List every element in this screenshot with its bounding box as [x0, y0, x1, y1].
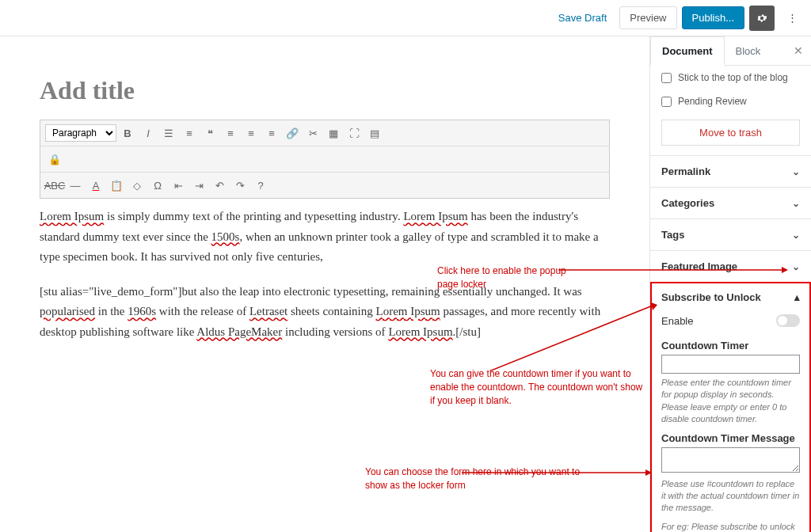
hr-icon[interactable]: —	[66, 176, 85, 195]
tab-block[interactable]: Block	[725, 37, 772, 65]
italic-icon[interactable]: I	[139, 124, 158, 142]
sidebar-tabs: Document Block ✕	[650, 36, 811, 66]
align-left-icon[interactable]: ≡	[221, 124, 240, 142]
strikethrough-icon[interactable]: ABC	[45, 176, 64, 195]
countdown-message-input[interactable]	[661, 447, 800, 473]
enable-label: Enable	[661, 315, 693, 327]
panel-featured-image[interactable]: Featured Image⌄	[650, 250, 811, 282]
special-char-icon[interactable]: Ω	[148, 176, 167, 195]
close-sidebar-icon[interactable]: ✕	[786, 44, 811, 57]
help-icon[interactable]: ?	[251, 176, 270, 195]
publish-button[interactable]: Publish...	[682, 6, 744, 29]
format-select[interactable]: Paragraph	[45, 124, 116, 142]
chevron-up-icon: ▴	[794, 291, 800, 303]
paste-icon[interactable]: 📋	[107, 176, 126, 195]
panel-permalink[interactable]: Permalink⌄	[650, 155, 811, 187]
link-icon[interactable]: 🔗	[283, 124, 302, 142]
redo-icon[interactable]: ↷	[230, 176, 249, 195]
align-center-icon[interactable]: ≡	[242, 124, 261, 142]
post-title-input[interactable]: Add title	[40, 76, 610, 105]
post-body[interactable]: Lorem Ipsum is simply dummy text of the …	[40, 207, 610, 342]
enable-toggle[interactable]	[776, 314, 800, 327]
editor-area: Add title Paragraph B I ☰ ≡ ❝ ≡ ≡ ≡ 🔗 ✂ …	[0, 36, 649, 532]
more-options-icon[interactable]: ⋮	[779, 6, 805, 31]
number-list-icon[interactable]: ≡	[180, 124, 199, 142]
more-icon[interactable]: ▦	[324, 124, 343, 142]
bullet-list-icon[interactable]: ☰	[159, 124, 178, 142]
move-to-trash-button[interactable]: Move to trash	[661, 120, 800, 146]
undo-icon[interactable]: ↶	[210, 176, 229, 195]
unlink-icon[interactable]: ✂	[303, 124, 322, 142]
chevron-down-icon: ⌄	[792, 198, 800, 209]
pending-review-checkbox[interactable]: Pending Review	[650, 89, 811, 113]
message-help-1: Please use #countdown to replace it with…	[661, 478, 800, 515]
chevron-down-icon: ⌄	[792, 261, 800, 272]
clear-format-icon[interactable]: ◇	[128, 176, 147, 195]
countdown-message-label: Countdown Timer Message	[661, 432, 800, 444]
stick-top-checkbox[interactable]: Stick to the top of the blog	[650, 66, 811, 89]
tab-document[interactable]: Document	[650, 36, 725, 66]
panel-categories[interactable]: Categories⌄	[650, 187, 811, 218]
settings-icon[interactable]	[749, 6, 775, 31]
countdown-help-text: Please enter the countdown timer for pop…	[661, 377, 800, 426]
chevron-down-icon: ⌄	[792, 230, 800, 241]
panel-tags[interactable]: Tags⌄	[650, 218, 811, 250]
top-toolbar: Save Draft Preview Publish... ⋮	[0, 0, 811, 36]
preview-button[interactable]: Preview	[619, 6, 676, 29]
subscribe-unlock-panel: Subscribe to Unlock▴ Enable Countdown Ti…	[650, 282, 811, 532]
countdown-timer-label: Countdown Timer	[661, 340, 800, 352]
subscribe-panel-header[interactable]: Subscribe to Unlock▴	[661, 291, 800, 311]
chevron-down-icon: ⌄	[792, 166, 800, 177]
indent-icon[interactable]: ⇥	[189, 176, 208, 195]
quote-icon[interactable]: ❝	[200, 124, 219, 142]
toolbar-toggle-icon[interactable]: ▤	[365, 124, 384, 142]
countdown-timer-input[interactable]	[661, 355, 800, 374]
text-color-icon[interactable]: A	[86, 176, 105, 195]
settings-sidebar: Document Block ✕ Stick to the top of the…	[649, 36, 811, 532]
fullscreen-icon[interactable]: ⛶	[345, 124, 364, 142]
outdent-icon[interactable]: ⇤	[169, 176, 188, 195]
bold-icon[interactable]: B	[118, 124, 137, 142]
align-right-icon[interactable]: ≡	[262, 124, 281, 142]
message-help-2: For eg: Please subscribe to unlock the p…	[661, 521, 800, 532]
save-draft-link[interactable]: Save Draft	[550, 7, 615, 28]
classic-toolbar: Paragraph B I ☰ ≡ ❝ ≡ ≡ ≡ 🔗 ✂ ▦ ⛶ ▤ 🔒 AB…	[40, 120, 610, 199]
lock-icon[interactable]: 🔒	[45, 150, 64, 169]
